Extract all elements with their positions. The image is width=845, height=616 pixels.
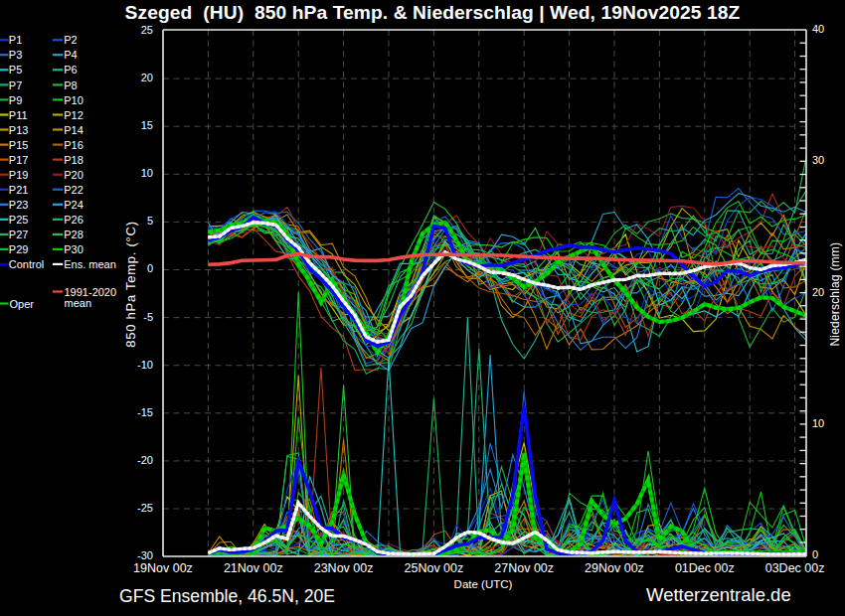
svg-text:10: 10 [812,417,824,429]
svg-text:P16: P16 [64,139,84,151]
svg-text:03Dec 00z: 03Dec 00z [765,561,825,575]
svg-text:21Nov 00z: 21Nov 00z [224,561,283,575]
svg-text:-20: -20 [137,454,153,466]
svg-text:0: 0 [147,262,153,274]
svg-text:P8: P8 [64,79,77,91]
svg-text:P19: P19 [9,169,29,181]
svg-text:P30: P30 [64,243,84,255]
svg-text:P1: P1 [9,34,22,46]
svg-text:P17: P17 [9,154,29,166]
svg-text:P10: P10 [64,94,84,106]
svg-text:P6: P6 [64,64,77,76]
svg-text:-25: -25 [137,502,153,514]
svg-text:850 hPa Temp. (°C): 850 hPa Temp. (°C) [123,221,138,348]
svg-text:25: 25 [141,24,153,36]
svg-text:Oper: Oper [10,298,35,310]
svg-text:-30: -30 [137,549,153,561]
svg-text:P24: P24 [64,199,84,211]
svg-text:P7: P7 [9,79,22,91]
svg-text:P13: P13 [9,124,29,136]
svg-text:P11: P11 [9,109,28,121]
svg-text:-15: -15 [137,406,153,418]
svg-text:20: 20 [141,72,153,83]
svg-text:GFS Ensemble, 46.5N, 20E: GFS Ensemble, 46.5N, 20E [119,586,335,606]
svg-text:P28: P28 [64,229,84,240]
svg-text:-10: -10 [137,359,153,371]
svg-text:P23: P23 [9,199,29,211]
svg-text:P29: P29 [9,243,29,255]
svg-text:P26: P26 [64,214,84,226]
svg-text:10: 10 [141,167,153,179]
svg-text:Control: Control [9,258,44,270]
svg-text:23Nov 00z: 23Nov 00z [314,561,374,575]
svg-text:Date (UTC): Date (UTC) [454,578,513,590]
svg-text:Niederschlag (mm): Niederschlag (mm) [828,242,842,347]
svg-text:P14: P14 [64,124,84,136]
svg-text:-5: -5 [143,311,153,323]
svg-text:19Nov 00z: 19Nov 00z [133,561,193,575]
svg-text:P12: P12 [64,109,84,121]
svg-text:Szeged (HU) 850 hPa Temp. &: Szeged (HU) 850 hPa Temp. & Niederschlag… [125,2,741,23]
svg-text:01Dec 00z: 01Dec 00z [675,561,735,575]
svg-text:mean: mean [65,297,92,309]
svg-text:25Nov 00z: 25Nov 00z [405,561,464,575]
svg-text:P18: P18 [64,154,84,166]
svg-text:P21: P21 [9,184,29,196]
svg-text:P20: P20 [64,169,84,181]
svg-text:30: 30 [812,154,824,166]
svg-text:5: 5 [147,215,153,227]
svg-text:P25: P25 [9,214,29,226]
svg-text:27Nov 00z: 27Nov 00z [494,561,554,575]
svg-text:0: 0 [812,548,818,560]
svg-text:P4: P4 [64,49,77,61]
svg-text:P9: P9 [9,94,22,106]
svg-text:P2: P2 [64,34,77,46]
svg-text:P3: P3 [9,49,22,61]
svg-text:40: 40 [812,23,824,35]
svg-text:P5: P5 [9,64,22,76]
svg-text:29Nov 00z: 29Nov 00z [585,561,644,575]
svg-text:Ens. mean: Ens. mean [64,258,116,270]
svg-text:P15: P15 [9,139,29,151]
svg-text:P22: P22 [64,184,84,196]
svg-text:P27: P27 [9,229,29,240]
svg-text:15: 15 [141,119,153,131]
svg-text:20: 20 [812,286,824,298]
svg-text:Wetterzentrale.de: Wetterzentrale.de [646,584,791,605]
